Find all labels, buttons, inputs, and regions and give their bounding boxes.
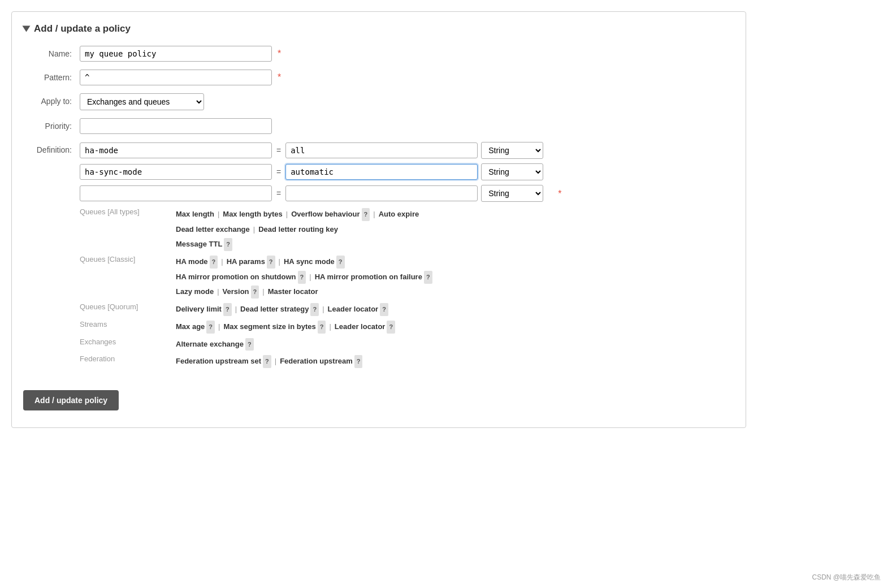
ql-help-icon[interactable]: ? [318,321,326,334]
priority-label: Priority: [23,118,80,131]
ql-links: Max age?|Max segment size in bytes?|Lead… [176,319,729,334]
ql-line: Federation upstream set?|Federation upst… [176,356,362,365]
ql-line: HA mirror promotion on shutdown?|HA mirr… [176,272,432,281]
def-type-select-2[interactable]: String Number Boolean List [481,163,543,180]
add-update-policy-button[interactable]: Add / update policy [23,390,119,410]
pattern-required-star: * [278,72,281,83]
ql-link[interactable]: HA mirror promotion on failure [315,273,422,281]
ql-link[interactable]: Max length bytes [223,210,282,218]
ql-help-icon[interactable]: ? [267,256,275,269]
def-type-select-3[interactable]: String Number Boolean List [481,185,543,202]
def-key-input-3[interactable] [80,185,272,201]
def-type-select-1[interactable]: String Number Boolean List [481,142,543,159]
name-required-star: * [278,49,281,59]
def-value-input-1[interactable] [285,142,478,158]
ql-category: Streams [80,319,176,334]
ql-link[interactable]: Master locator [268,287,318,296]
ql-help-icon[interactable]: ? [336,256,345,269]
ql-link[interactable]: Dead letter routing key [258,225,338,234]
quick-section: StreamsMax age?|Max segment size in byte… [80,319,729,334]
ql-separator: | [218,322,220,331]
ql-link[interactable]: Overflow behaviour [291,210,360,218]
priority-row: Priority: [23,118,729,134]
ql-help-icon[interactable]: ? [210,256,218,269]
name-input[interactable] [80,46,272,62]
ql-separator: | [235,305,237,313]
ql-link[interactable]: Max segment size in bytes [223,322,315,331]
ql-link[interactable]: Federation upstream [280,357,353,365]
ql-link[interactable]: HA sync mode [284,257,335,266]
def-value-input-3[interactable] [285,185,478,201]
def-key-input-1[interactable] [80,142,272,158]
ql-separator: | [262,287,264,296]
ql-link[interactable]: Version [223,287,249,296]
def-key-input-2[interactable] [80,164,272,180]
quick-section: ExchangesAlternate exchange? [80,336,729,352]
ql-help-icon[interactable]: ? [380,303,388,316]
ql-links: Federation upstream set?|Federation upst… [176,353,729,369]
def-row-1: = String Number Boolean List [80,142,729,159]
name-label: Name: [23,46,80,58]
ql-separator: | [373,210,375,218]
ql-link[interactable]: Max length [176,210,214,218]
ql-help-icon[interactable]: ? [298,271,306,284]
ql-link[interactable]: Leader locator [328,305,379,313]
ql-help-icon[interactable]: ? [424,271,432,284]
quick-section: Queues [Classic]HA mode?|HA params?|HA s… [80,254,729,299]
quick-section: FederationFederation upstream set?|Feder… [80,353,729,369]
definition-area: Definition: = String Number Boolean List… [23,142,729,371]
ql-link[interactable]: Dead letter strategy [240,305,309,313]
apply-to-control: Exchanges and queues Exchanges Queues Cl… [80,93,729,110]
ql-link[interactable]: Dead letter exchange [176,225,250,234]
ql-help-icon[interactable]: ? [310,303,319,316]
ql-links: HA mode?|HA params?|HA sync mode?HA mirr… [176,254,729,299]
ql-line: Dead letter exchange|Dead letter routing… [176,224,338,234]
ql-help-icon[interactable]: ? [245,338,254,351]
ql-help-icon[interactable]: ? [387,321,395,334]
name-control: * [80,46,729,62]
ql-link[interactable]: HA params [227,257,265,266]
quick-links: Queues [All types]Max length|Max length … [80,206,729,369]
ql-help-icon[interactable]: ? [223,303,232,316]
pattern-label: Pattern: [23,70,80,82]
ql-help-icon[interactable]: ? [354,355,363,368]
ql-help-icon[interactable]: ? [263,355,271,368]
ql-link[interactable]: Auto expire [379,210,419,218]
ql-link[interactable]: Alternate exchange [176,340,244,348]
ql-help-icon[interactable]: ? [224,238,232,251]
ql-link[interactable]: Message TTL [176,240,222,248]
ql-help-icon[interactable]: ? [362,208,370,221]
ql-line: Max length|Max length bytes|Overflow beh… [176,209,419,218]
ql-help-icon[interactable]: ? [206,321,215,334]
collapse-icon[interactable] [23,26,31,32]
def-value-input-2[interactable] [285,164,478,180]
ql-separator: | [253,225,255,234]
def-row-2: = String Number Boolean List [80,163,729,180]
ql-link[interactable]: Max age [176,322,205,331]
ql-link[interactable]: Leader locator [335,322,386,331]
apply-to-select[interactable]: Exchanges and queues Exchanges Queues Cl… [80,93,204,110]
ql-link[interactable]: Federation upstream set [176,357,261,365]
definition-label: Definition: [23,142,80,154]
ql-separator: | [218,210,219,218]
ql-category: Queues [All types] [80,206,176,252]
ql-link[interactable]: Lazy mode [176,287,214,296]
apply-to-label: Apply to: [23,93,80,106]
ql-separator: | [329,322,331,331]
ql-link[interactable]: HA mirror promotion on shutdown [176,273,296,281]
panel-title: Add / update a policy [23,23,729,34]
priority-control [80,118,729,134]
ql-links: Delivery limit?|Dead letter strategy?|Le… [176,301,729,317]
def-eq-1: = [275,146,282,155]
ql-link[interactable]: HA mode [176,257,208,266]
ql-category: Exchanges [80,336,176,352]
ql-separator: | [279,257,280,266]
definition-content: = String Number Boolean List = String Nu… [80,142,729,371]
priority-input[interactable] [80,118,272,134]
ql-separator: | [275,357,276,365]
def-eq-2: = [275,167,282,176]
ql-link[interactable]: Delivery limit [176,305,222,313]
ql-separator: | [322,305,324,313]
ql-help-icon[interactable]: ? [251,286,259,299]
pattern-input[interactable] [80,70,272,85]
